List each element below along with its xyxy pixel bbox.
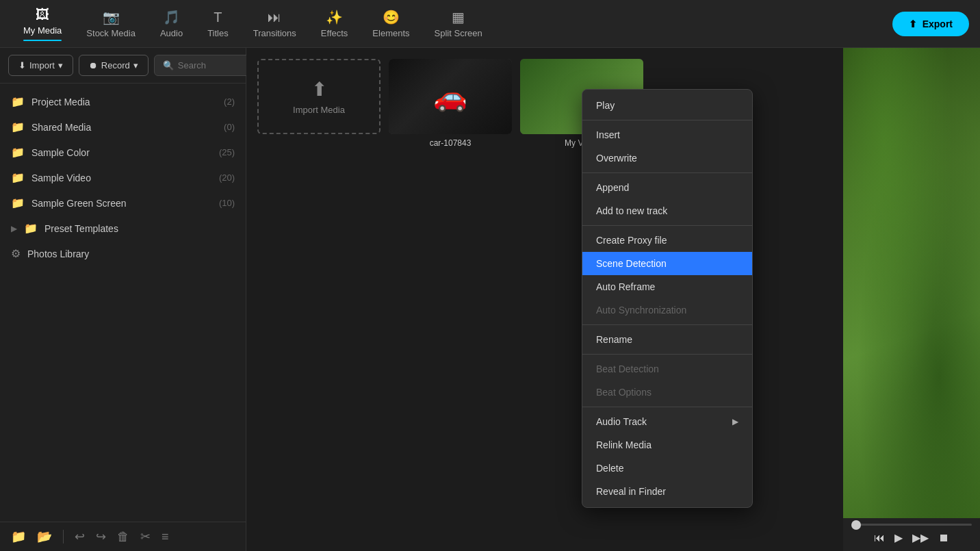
gear-icon: ⚙ [11, 247, 21, 260]
context-menu-beat-detection: Beat Detection [582, 357, 752, 381]
nav-effects[interactable]: ✨ Effects [309, 3, 361, 44]
stop-button[interactable]: ⏹ [936, 530, 952, 546]
sidebar-tree: 📁 Project Media (2) 📁 Shared Media (0) 📁… [0, 84, 246, 522]
sidebar-toolbar: ⬇ Import ▾ ⏺ Record ▾ 🔍 ⧉ ⋮⋮⋮ [0, 48, 246, 84]
context-menu-auto-sync: Auto Synchronization [582, 298, 752, 322]
export-button[interactable]: ⬆ Export [892, 12, 969, 36]
effects-icon: ✨ [326, 9, 343, 25]
folder-icon: 📁 [11, 95, 25, 108]
context-menu-overwrite[interactable]: Overwrite [582, 146, 752, 170]
progress-bar[interactable] [851, 524, 972, 526]
titles-icon: T [214, 10, 222, 25]
preview-panel: ⏮ ▶ ▶▶ ⏹ [843, 48, 980, 551]
nav-elements[interactable]: 😊 Elements [360, 3, 422, 44]
folder-icon: 📁 [11, 146, 25, 159]
context-menu-delete[interactable]: Delete [582, 457, 752, 480]
upload-icon: ⬆ [311, 78, 327, 101]
context-menu-auto-reframe[interactable]: Auto Reframe [582, 275, 752, 298]
context-menu-append[interactable]: Append [582, 176, 752, 199]
menu-separator-2 [582, 172, 752, 173]
import-button[interactable]: ⬇ Import ▾ [8, 55, 73, 76]
media-grid: ⬆ Import Media car-107843 My Video [246, 48, 843, 551]
menu-separator-5 [582, 354, 752, 355]
cut-icon[interactable]: ✂ [140, 529, 151, 544]
main-area: ⬇ Import ▾ ⏺ Record ▾ 🔍 ⧉ ⋮⋮⋮ 📁 Project … [0, 48, 980, 551]
sidebar-item-project-media[interactable]: 📁 Project Media (2) [0, 89, 246, 114]
context-menu: Play Insert Overwrite Append Add to new … [582, 89, 753, 508]
context-menu-reveal-in-finder[interactable]: Reveal in Finder [582, 480, 752, 503]
preview-controls: ⏮ ▶ ▶▶ ⏹ [843, 518, 980, 551]
menu-separator-3 [582, 225, 752, 226]
context-menu-beat-options: Beat Options [582, 381, 752, 404]
menu-separator-1 [582, 120, 752, 120]
nav-my-media[interactable]: 🖼 My Media [11, 1, 74, 47]
nav-audio[interactable]: 🎵 Audio [148, 3, 195, 44]
sidebar-item-sample-video[interactable]: 📁 Sample Video (20) [0, 165, 246, 190]
split-screen-icon: ▦ [452, 9, 465, 25]
import-media-thumb[interactable]: ⬆ Import Media [257, 59, 381, 134]
record-button[interactable]: ⏺ Record ▾ [79, 55, 149, 76]
nav-titles[interactable]: T Titles [195, 4, 241, 44]
context-menu-play[interactable]: Play [582, 94, 752, 117]
settings-icon[interactable]: ≡ [162, 530, 169, 544]
sidebar-item-preset-templates[interactable]: ▶ 📁 Preset Templates [0, 216, 246, 241]
content-area: ⬆ Import Media car-107843 My Video ◀ [246, 48, 980, 551]
import-arrow-icon: ⬇ [18, 60, 26, 71]
media-thumb-car [389, 59, 512, 134]
elements-icon: 😊 [383, 9, 400, 25]
sidebar-item-shared-media[interactable]: 📁 Shared Media (0) [0, 114, 246, 140]
folder-icon: 📁 [11, 171, 25, 184]
stock-media-icon: 📷 [103, 9, 120, 25]
folder-icon: 📁 [11, 120, 25, 133]
context-menu-add-to-new-track[interactable]: Add to new track [582, 199, 752, 222]
play-pause-button[interactable]: ▶ [892, 530, 905, 546]
preview-video [843, 48, 980, 518]
export-icon: ⬆ [909, 18, 917, 29]
top-navigation: 🖼 My Media 📷 Stock Media 🎵 Audio T Title… [0, 0, 980, 48]
chevron-right-icon: ▶ [11, 224, 17, 233]
redo-icon[interactable]: ↪ [96, 529, 106, 544]
media-item-car[interactable]: car-107843 [389, 59, 512, 148]
menu-separator-4 [582, 324, 752, 325]
sidebar-item-photos-library[interactable]: ⚙ Photos Library [0, 241, 246, 266]
sidebar: ⬇ Import ▾ ⏺ Record ▾ 🔍 ⧉ ⋮⋮⋮ 📁 Project … [0, 48, 246, 551]
search-icon: 🔍 [163, 60, 174, 71]
import-media-item[interactable]: ⬆ Import Media [257, 59, 381, 148]
nav-split-screen[interactable]: ▦ Split Screen [422, 3, 495, 44]
sidebar-footer: 📁 📂 ↩ ↪ 🗑 ✂ ≡ [0, 522, 246, 551]
context-menu-insert[interactable]: Insert [582, 123, 752, 146]
menu-separator-6 [582, 407, 752, 407]
context-menu-audio-track[interactable]: Audio Track ▶ [582, 410, 752, 433]
add-folder-icon[interactable]: 📂 [37, 529, 52, 544]
record-icon: ⏺ [89, 60, 98, 71]
nav-stock-media[interactable]: 📷 Stock Media [74, 3, 148, 44]
import-chevron-icon: ▾ [58, 60, 63, 71]
nav-transitions[interactable]: ⏭ Transitions [241, 4, 309, 44]
audio-icon: 🎵 [163, 9, 180, 25]
transitions-icon: ⏭ [268, 10, 281, 25]
sidebar-item-sample-color[interactable]: 📁 Sample Color (25) [0, 140, 246, 165]
undo-icon[interactable]: ↩ [75, 529, 85, 544]
delete-icon[interactable]: 🗑 [117, 530, 129, 544]
folder-icon: 📁 [11, 196, 25, 209]
new-folder-icon[interactable]: 📁 [11, 529, 26, 544]
fast-play-button[interactable]: ▶▶ [910, 530, 931, 546]
context-menu-relink-media[interactable]: Relink Media [582, 433, 752, 457]
submenu-arrow-icon: ▶ [732, 417, 738, 426]
context-menu-create-proxy[interactable]: Create Proxy file [582, 229, 752, 252]
folder-icon: 📁 [24, 222, 38, 235]
context-menu-rename[interactable]: Rename [582, 328, 752, 351]
record-chevron-icon: ▾ [133, 60, 138, 71]
sidebar-item-sample-green-screen[interactable]: 📁 Sample Green Screen (10) [0, 190, 246, 216]
prev-frame-button[interactable]: ⏮ [871, 530, 888, 546]
context-menu-scene-detection[interactable]: Scene Detection [582, 252, 752, 275]
my-media-icon: 🖼 [36, 7, 49, 23]
